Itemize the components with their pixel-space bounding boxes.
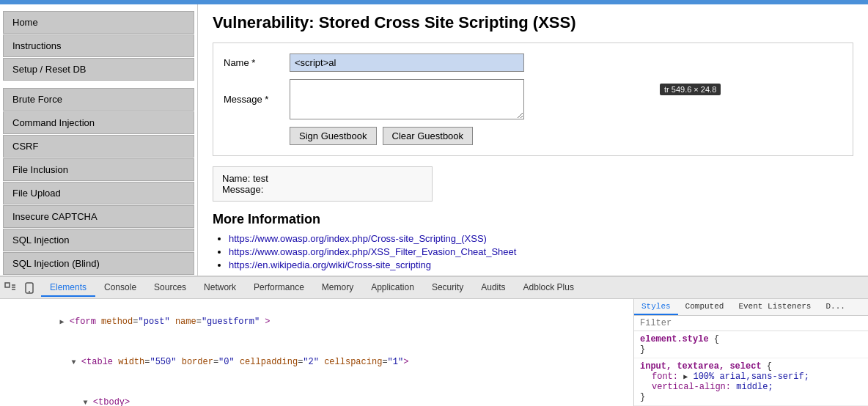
tab-console[interactable]: Console — [95, 279, 145, 297]
sidebar-item-home[interactable]: Home — [3, 11, 194, 34]
guestbook-name: Name: test — [222, 173, 423, 184]
svg-point-5 — [29, 291, 30, 292]
sidebar-divider — [0, 81, 197, 87]
message-label: Message * — [224, 94, 290, 105]
styles-tab-computed[interactable]: Computed — [678, 299, 732, 315]
sign-guestbook-button[interactable]: Sign Guestbook — [290, 127, 377, 145]
styles-tab-event-listeners[interactable]: Event Listeners — [731, 299, 818, 315]
message-row: Message * — [224, 79, 842, 119]
sidebar-item-csrf[interactable]: CSRF — [3, 135, 194, 158]
page-title: Vulnerability: Stored Cross Site Scripti… — [213, 13, 853, 32]
tab-sources[interactable]: Sources — [145, 279, 195, 297]
sidebar-item-setup-reset[interactable]: Setup / Reset DB — [3, 58, 194, 81]
styles-rule-input: input, textarea, select { font: ▶ 100% a… — [634, 358, 868, 406]
sidebar-item-instructions[interactable]: Instructions — [3, 34, 194, 57]
styles-prop-font: font: ▶ 100% arial,sans-serif; — [640, 372, 862, 382]
more-info-link-3[interactable]: https://en.wikipedia.org/wiki/Cross-site… — [229, 259, 431, 270]
styles-filter-input[interactable] — [640, 318, 862, 328]
form-container: Name * Message * Sign Guestbook Clear Gu… — [213, 43, 853, 156]
sidebar-item-sql-injection-blind[interactable]: SQL Injection (Blind) — [3, 252, 194, 275]
sidebar-item-command-injection[interactable]: Command Injection — [3, 111, 194, 134]
tab-performance[interactable]: Performance — [245, 279, 313, 297]
styles-tab-styles[interactable]: Styles — [634, 299, 678, 315]
sidebar-item-sql-injection[interactable]: SQL Injection — [3, 229, 194, 251]
more-info-link-2[interactable]: https://www.owasp.org/index.php/XSS_Filt… — [229, 246, 516, 257]
styles-rule-element: element.style { } — [634, 331, 868, 358]
tab-network[interactable]: Network — [195, 279, 245, 297]
styles-closing-brace: } — [640, 344, 862, 355]
devtools-panel: Elements Console Sources Network Perform… — [0, 276, 868, 406]
sidebar-item-file-inclusion[interactable]: File Inclusion — [3, 158, 194, 181]
message-textarea[interactable] — [290, 79, 524, 119]
main-area: Home Instructions Setup / Reset DB Brute… — [0, 4, 868, 276]
tab-security[interactable]: Security — [423, 279, 472, 297]
html-line: ▶ <form method="post" name="guestform" > — [6, 302, 628, 342]
styles-panel: Styles Computed Event Listeners D... ele… — [633, 299, 868, 406]
name-input[interactable] — [290, 53, 524, 72]
svg-rect-0 — [5, 283, 10, 287]
guestbook-entry: Name: test Message: — [213, 166, 433, 202]
sidebar-item-insecure-captcha[interactable]: Insecure CAPTCHA — [3, 205, 194, 228]
mobile-icon[interactable] — [22, 281, 37, 295]
styles-selector: element.style { — [640, 334, 862, 344]
devtools-content: ▶ <form method="post" name="guestform" >… — [0, 299, 868, 406]
styles-tab-dom[interactable]: D... — [818, 299, 852, 315]
tab-elements[interactable]: Elements — [41, 279, 95, 297]
sidebar: Home Instructions Setup / Reset DB Brute… — [0, 4, 198, 276]
styles-prop-vertical-align: vertical-align: middle; — [640, 382, 862, 392]
list-item: https://www.owasp.org/index.php/XSS_Filt… — [229, 246, 853, 257]
more-info-title: More Information — [213, 212, 853, 227]
elements-html-panel[interactable]: ▶ <form method="post" name="guestform" >… — [0, 299, 633, 406]
more-info-list: https://www.owasp.org/index.php/Cross-si… — [213, 233, 853, 270]
clear-guestbook-button[interactable]: Clear Guestbook — [383, 127, 474, 145]
list-item: https://en.wikipedia.org/wiki/Cross-site… — [229, 259, 853, 270]
html-line: ▼ <tbody> — [6, 383, 628, 406]
sidebar-item-file-upload[interactable]: File Upload — [3, 182, 194, 204]
html-line: ▼ <table width="550" border="0" cellpadd… — [6, 342, 628, 383]
tab-application[interactable]: Application — [362, 279, 423, 297]
tab-audits[interactable]: Audits — [472, 279, 514, 297]
tab-memory[interactable]: Memory — [313, 279, 362, 297]
devtools-tabs: Elements Console Sources Network Perform… — [0, 277, 868, 299]
name-row: Name * — [224, 53, 842, 72]
guestbook-message: Message: — [222, 184, 423, 195]
sidebar-item-brute-force[interactable]: Brute Force — [3, 88, 194, 111]
tab-adblock[interactable]: Adblock Plus — [515, 279, 583, 297]
inspect-icon[interactable] — [3, 281, 18, 295]
styles-tabs: Styles Computed Event Listeners D... — [634, 299, 868, 316]
list-item: https://www.owasp.org/index.php/Cross-si… — [229, 233, 853, 244]
styles-filter — [634, 316, 868, 331]
name-label: Name * — [224, 57, 290, 68]
styles-selector-2: input, textarea, select { — [640, 361, 862, 372]
more-info-link-1[interactable]: https://www.owasp.org/index.php/Cross-si… — [229, 233, 487, 244]
styles-closing-brace-2: } — [640, 392, 862, 402]
content-area: Vulnerability: Stored Cross Site Scripti… — [198, 4, 868, 276]
form-buttons: Sign Guestbook Clear Guestbook — [290, 127, 842, 145]
